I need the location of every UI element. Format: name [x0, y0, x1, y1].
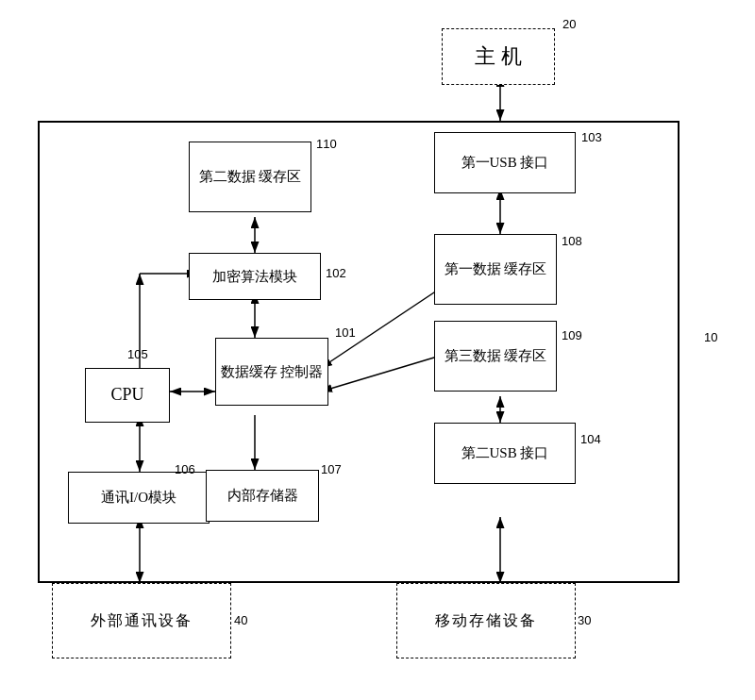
first-data-buffer-box: 第一数据 缓存区	[434, 234, 557, 305]
encryption-module-box: 加密算法模块	[189, 253, 321, 300]
ref-102: 102	[326, 266, 346, 280]
comm-io-box: 通讯I/O模块	[68, 472, 210, 524]
ref-104: 104	[580, 432, 601, 446]
ref-30: 30	[578, 613, 591, 627]
ref-105: 105	[127, 347, 148, 361]
second-usb-box: 第二USB 接口	[434, 423, 576, 484]
internal-storage-box: 内部存储器	[206, 470, 319, 522]
ref-108: 108	[562, 234, 582, 248]
ref-109: 109	[562, 328, 582, 342]
first-usb-box: 第一USB 接口	[434, 132, 576, 193]
external-comm-box: 外部通讯设备	[52, 583, 231, 658]
second-data-buffer-box: 第二数据 缓存区	[189, 142, 311, 212]
ref-103: 103	[581, 130, 602, 144]
host-box: 主 机	[442, 28, 555, 85]
cpu-box: CPU	[85, 368, 170, 423]
mobile-storage-box: 移动存储设备	[396, 583, 576, 658]
ref-40: 40	[234, 613, 247, 627]
data-buffer-ctrl-box: 数据缓存 控制器	[215, 338, 328, 406]
ref-110: 110	[316, 137, 337, 151]
ref-101: 101	[335, 325, 356, 340]
ref-107: 107	[321, 462, 342, 476]
diagram-container: 10 主 机 20 第二数据 缓存区 110 加密算法模块 102 数据缓存 控…	[0, 0, 755, 700]
ref-20: 20	[562, 17, 576, 31]
ref-106: 106	[175, 462, 195, 476]
third-data-buffer-box: 第三数据 缓存区	[434, 321, 557, 392]
ref-10: 10	[704, 330, 717, 344]
